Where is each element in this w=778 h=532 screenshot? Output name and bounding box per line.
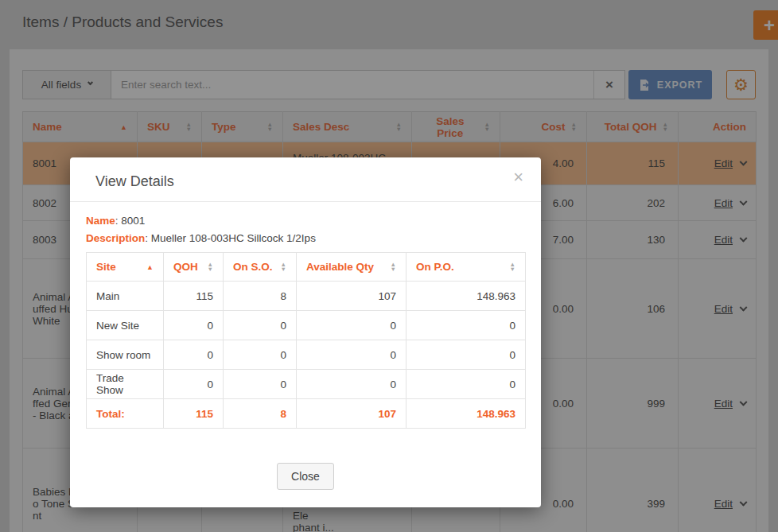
site-row: Main 115 8 107 148.963 bbox=[87, 282, 526, 311]
modal-body: Name: 8001 Description: Mueller 108-003H… bbox=[70, 202, 541, 429]
cell-qoh: 0 bbox=[164, 311, 224, 340]
description-value: Mueller 108-003HC Sillcock 1/2Ips bbox=[151, 232, 316, 244]
modal-footer: Close bbox=[70, 463, 541, 490]
column-label: On S.O. bbox=[233, 261, 273, 273]
column-label: QOH bbox=[173, 261, 198, 273]
site-quantities-table: Site ▲ QOH ▲▼ On S.O. ▲▼ Available Qty ▲… bbox=[86, 252, 526, 429]
modal-header: View Details × bbox=[70, 157, 541, 202]
total-row: Total: 115 8 107 148.963 bbox=[87, 399, 526, 429]
close-button[interactable]: Close bbox=[277, 463, 334, 490]
cell-on-po: 0 bbox=[407, 311, 526, 340]
sort-icons: ▲▼ bbox=[208, 262, 213, 271]
item-description-line: Description: Mueller 108-003HC Sillcock … bbox=[86, 232, 525, 244]
cell-available-qty: 0 bbox=[297, 340, 407, 370]
sort-asc-icon: ▲ bbox=[146, 263, 154, 271]
column-header-on-po[interactable]: On P.O. ▲▼ bbox=[407, 253, 526, 282]
column-label: On P.O. bbox=[416, 261, 454, 273]
sort-icons: ▲▼ bbox=[281, 262, 286, 271]
view-details-modal: View Details × Name: 8001 Description: M… bbox=[70, 157, 541, 507]
site-row: Trade Show 0 0 0 0 bbox=[87, 370, 526, 399]
cell-total-label: Total: bbox=[87, 399, 164, 429]
modal-title: View Details bbox=[95, 173, 519, 190]
cell-total-qoh: 115 bbox=[164, 399, 224, 429]
column-header-site[interactable]: Site ▲ bbox=[87, 253, 164, 282]
item-name-line: Name: 8001 bbox=[86, 215, 525, 227]
name-label: Name bbox=[86, 215, 115, 227]
sort-icons: ▲▼ bbox=[510, 262, 515, 271]
column-header-qoh[interactable]: QOH ▲▼ bbox=[164, 253, 224, 282]
cell-total-on-po: 148.963 bbox=[407, 399, 526, 429]
modal-close-icon[interactable]: × bbox=[513, 169, 523, 186]
site-row: Show room 0 0 0 0 bbox=[87, 340, 526, 370]
cell-available-qty: 0 bbox=[297, 311, 407, 340]
cell-on-so: 0 bbox=[224, 370, 297, 399]
cell-available-qty: 0 bbox=[297, 370, 407, 399]
cell-total-available-qty: 107 bbox=[297, 399, 407, 429]
cell-on-po: 0 bbox=[407, 370, 526, 399]
cell-site: Trade Show bbox=[87, 370, 164, 399]
column-label: Site bbox=[96, 261, 116, 273]
cell-total-on-so: 8 bbox=[224, 399, 297, 429]
cell-site: Show room bbox=[87, 340, 164, 370]
cell-on-so: 0 bbox=[224, 311, 297, 340]
cell-site: New Site bbox=[87, 311, 164, 340]
cell-on-po: 0 bbox=[407, 340, 526, 370]
site-table-header-row: Site ▲ QOH ▲▼ On S.O. ▲▼ Available Qty ▲… bbox=[87, 253, 526, 282]
cell-on-so: 0 bbox=[224, 340, 297, 370]
column-label: Available Qty bbox=[306, 261, 374, 273]
name-value: 8001 bbox=[121, 215, 145, 227]
description-label: Description bbox=[86, 232, 145, 244]
cell-qoh: 115 bbox=[164, 282, 224, 311]
column-header-on-so[interactable]: On S.O. ▲▼ bbox=[224, 253, 297, 282]
site-row: New Site 0 0 0 0 bbox=[87, 311, 526, 340]
cell-qoh: 0 bbox=[164, 370, 224, 399]
cell-on-po: 148.963 bbox=[407, 282, 526, 311]
sort-icons: ▲▼ bbox=[391, 262, 396, 271]
column-header-available-qty[interactable]: Available Qty ▲▼ bbox=[297, 253, 407, 282]
cell-available-qty: 107 bbox=[297, 282, 407, 311]
cell-site: Main bbox=[87, 282, 164, 311]
cell-on-so: 8 bbox=[224, 282, 297, 311]
cell-qoh: 0 bbox=[164, 340, 224, 370]
